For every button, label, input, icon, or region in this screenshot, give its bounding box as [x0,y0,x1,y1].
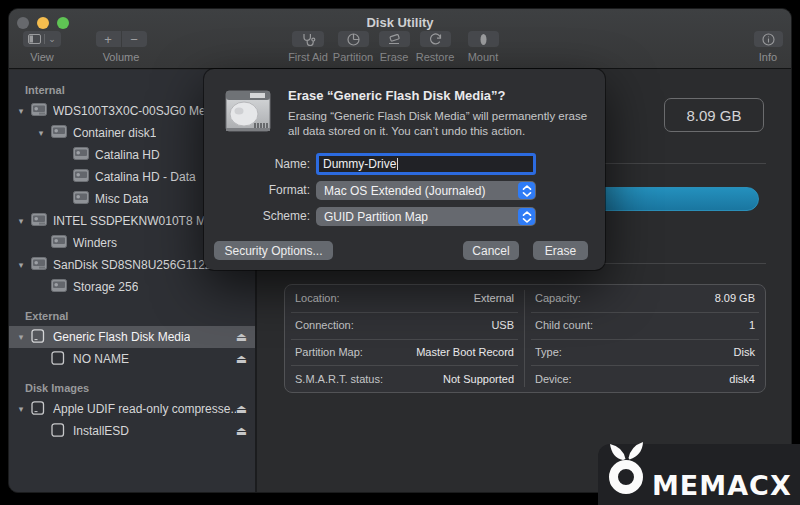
partition-button[interactable] [338,31,369,47]
restore-arrow-icon [429,33,442,46]
eject-icon[interactable]: ⏏ [236,402,255,416]
watermark-badge: MEMACX [598,444,800,505]
internal-drive-icon [31,103,47,119]
disk-image-icon [31,401,47,418]
internal-drive-icon [73,169,89,185]
info-icon [762,33,775,46]
toolbar-info: Info [740,31,792,63]
erase-confirm-button[interactable]: Erase [533,241,588,260]
hard-drive-icon [224,87,272,139]
restore-label: Restore [416,51,455,63]
eject-icon[interactable]: ⏏ [236,352,255,366]
mount-button[interactable] [468,31,499,47]
toolbar-mount: Mount [455,31,511,63]
disclosure-triangle-icon[interactable]: ▾ [15,260,27,270]
view-label: View [30,51,54,63]
titlebar: Disk Utility ⌄ View + − Volume [9,9,791,69]
apple-logo-icon [602,440,652,498]
sidebar-layout-icon [28,34,41,44]
remove-volume-button[interactable]: − [122,31,147,47]
sidebar-item-storage-256[interactable]: Storage 256 [9,276,255,298]
volume-label: Volume [103,51,140,63]
eject-icon[interactable]: ⏏ [236,330,255,344]
chevron-down-icon: ⌄ [48,35,56,43]
toolbar-restore: Restore [411,31,459,63]
disclosure-triangle-icon[interactable]: ▾ [15,404,27,414]
eraser-icon [387,33,401,45]
mount-icon [479,33,488,46]
internal-drive-icon [73,191,89,207]
sidebar-item-no-name[interactable]: NO NAME ⏏ [9,348,255,370]
info-label: Info [759,51,777,63]
erase-dialog: Erase “Generic Flash Disk Media”? Erasin… [204,69,605,270]
add-volume-button[interactable]: + [96,31,121,47]
cancel-button[interactable]: Cancel [463,241,519,260]
disclosure-triangle-icon[interactable]: ▾ [15,106,27,116]
security-options-button[interactable]: Security Options... [214,241,333,260]
info-row-type: Type: Disk [525,339,765,366]
erase-label: Erase [380,51,409,63]
info-row-location: Location: External [285,285,524,312]
external-volume-icon [51,351,67,368]
info-button[interactable] [754,31,783,47]
name-label: Name: [204,157,310,171]
format-label: Format: [204,183,310,197]
toolbar-view: ⌄ View [17,31,67,63]
popup-stepper-icon [518,182,535,199]
internal-drive-icon [73,147,89,163]
info-row-smart-status: S.M.A.R.T. status: Not Supported [285,365,524,392]
restore-button[interactable] [420,31,451,47]
info-row-device: Device: disk4 [525,365,765,392]
dialog-body-text: Erasing “Generic Flash Disk Media” will … [288,109,600,139]
disclosure-triangle-icon[interactable]: ▾ [35,128,47,138]
sidebar-section-disk-images: Disk Images [9,370,255,398]
info-row-connection: Connection: USB [285,312,524,339]
sidebar-item-installesd[interactable]: InstallESD ⏏ [9,420,255,442]
info-row-partition-map: Partition Map: Master Boot Record [285,339,524,366]
disclosure-triangle-icon[interactable]: ▾ [15,216,27,226]
external-drive-icon [31,329,47,346]
internal-drive-icon [31,257,47,273]
disk-info-panel: Location: External Connection: USB Parti… [284,284,766,393]
info-row-capacity: Capacity: 8.09 GB [525,285,765,312]
internal-drive-icon [31,213,47,229]
format-select[interactable]: Mac OS Extended (Journaled) [316,181,536,200]
disk-utility-window: Disk Utility ⌄ View + − Volume [8,8,792,493]
pie-chart-icon [347,33,360,46]
scheme-select[interactable]: GUID Partition Map [316,207,536,226]
sidebar-item-generic-flash-disk-media[interactable]: ▾ Generic Flash Disk Media ⏏ [9,326,255,348]
scheme-label: Scheme: [204,209,310,223]
toolbar-volume: + − Volume [89,31,153,63]
sidebar-item-apple-udif[interactable]: ▾ Apple UDIF read-only compresse... ⏏ [9,398,255,420]
view-button[interactable]: ⌄ [23,31,61,47]
internal-drive-icon [51,235,67,251]
first-aid-button[interactable] [292,31,324,47]
info-row-child-count: Child count: 1 [525,312,765,339]
partition-label: Partition [333,51,373,63]
sidebar-section-external: External [9,298,255,326]
window-title: Disk Utility [9,15,791,30]
mount-label: Mount [468,51,499,63]
eject-icon[interactable]: ⏏ [236,424,255,438]
capacity-badge: 8.09 GB [664,98,764,132]
internal-drive-icon [51,279,67,295]
dialog-title: Erase “Generic Flash Disk Media”? [288,88,505,103]
name-input[interactable]: Dummy-Drive [316,153,536,175]
erase-button[interactable] [379,31,410,47]
popup-stepper-icon [518,208,535,225]
disclosure-triangle-icon[interactable]: ▾ [15,332,27,342]
stethoscope-icon [301,33,316,46]
disk-image-volume-icon [51,423,67,440]
text-cursor [397,158,398,170]
internal-drive-icon [51,125,67,141]
first-aid-label: First Aid [288,51,328,63]
watermark-text: MEMACX [652,473,792,499]
